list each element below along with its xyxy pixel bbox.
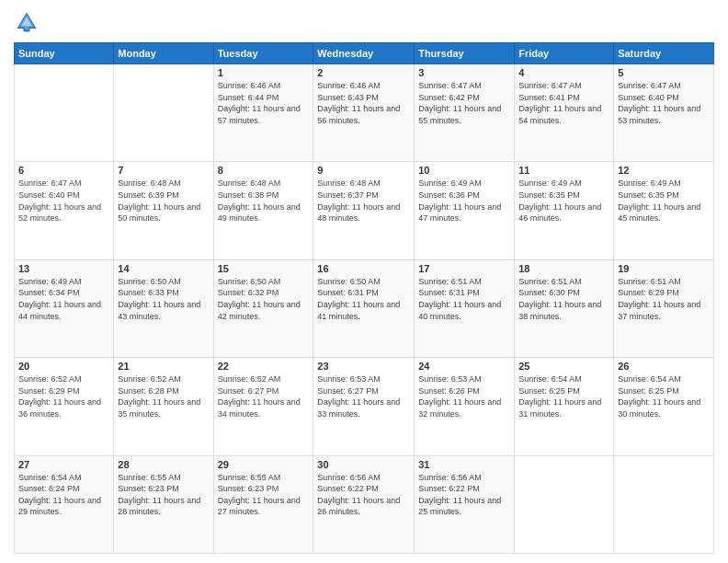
- day-number: 31: [418, 459, 510, 470]
- day-cell: 28Sunrise: 6:55 AM Sunset: 6:23 PM Dayli…: [114, 455, 213, 553]
- day-number: 11: [518, 165, 609, 176]
- day-number: 23: [317, 361, 410, 372]
- day-cell: 27Sunrise: 6:54 AM Sunset: 6:24 PM Dayli…: [15, 455, 114, 553]
- day-cell: 5Sunrise: 6:47 AM Sunset: 6:40 PM Daylig…: [614, 64, 714, 162]
- day-cell: 14Sunrise: 6:50 AM Sunset: 6:33 PM Dayli…: [114, 259, 213, 357]
- day-cell: 6Sunrise: 6:47 AM Sunset: 6:40 PM Daylig…: [15, 162, 114, 259]
- day-cell: 10Sunrise: 6:49 AM Sunset: 6:36 PM Dayli…: [415, 162, 515, 259]
- col-sunday: Sunday: [15, 43, 114, 64]
- day-info: Sunrise: 6:52 AM Sunset: 6:29 PM Dayligh…: [18, 373, 109, 419]
- day-info: Sunrise: 6:51 AM Sunset: 6:30 PM Dayligh…: [518, 276, 609, 322]
- col-saturday: Saturday: [614, 43, 714, 64]
- day-cell: [114, 64, 213, 162]
- day-number: 6: [18, 165, 109, 176]
- day-number: 3: [418, 67, 510, 78]
- day-info: Sunrise: 6:52 AM Sunset: 6:28 PM Dayligh…: [118, 373, 209, 419]
- day-number: 28: [118, 459, 209, 470]
- calendar-body: 1Sunrise: 6:46 AM Sunset: 6:44 PM Daylig…: [15, 64, 714, 554]
- week-row-1: 1Sunrise: 6:46 AM Sunset: 6:44 PM Daylig…: [15, 64, 714, 162]
- day-cell: 30Sunrise: 6:56 AM Sunset: 6:22 PM Dayli…: [313, 455, 415, 553]
- day-number: 10: [418, 165, 510, 176]
- day-number: 19: [618, 263, 710, 274]
- day-cell: 8Sunrise: 6:48 AM Sunset: 6:38 PM Daylig…: [213, 162, 313, 259]
- day-number: 13: [18, 263, 109, 274]
- day-info: Sunrise: 6:55 AM Sunset: 6:23 PM Dayligh…: [118, 472, 209, 518]
- day-cell: 11Sunrise: 6:49 AM Sunset: 6:35 PM Dayli…: [515, 162, 614, 259]
- day-cell: 9Sunrise: 6:48 AM Sunset: 6:37 PM Daylig…: [313, 162, 415, 259]
- header-row: Sunday Monday Tuesday Wednesday Thursday…: [15, 43, 714, 64]
- logo-icon: [14, 9, 40, 35]
- day-cell: 4Sunrise: 6:47 AM Sunset: 6:41 PM Daylig…: [515, 64, 614, 162]
- day-number: 18: [518, 263, 609, 274]
- day-number: 2: [317, 67, 410, 78]
- day-cell: 13Sunrise: 6:49 AM Sunset: 6:34 PM Dayli…: [15, 259, 114, 357]
- week-row-4: 20Sunrise: 6:52 AM Sunset: 6:29 PM Dayli…: [15, 358, 714, 455]
- day-number: 17: [418, 263, 510, 274]
- day-info: Sunrise: 6:52 AM Sunset: 6:27 PM Dayligh…: [218, 373, 310, 419]
- day-cell: 7Sunrise: 6:48 AM Sunset: 6:39 PM Daylig…: [114, 162, 213, 259]
- day-cell: 18Sunrise: 6:51 AM Sunset: 6:30 PM Dayli…: [515, 259, 614, 357]
- day-cell: 26Sunrise: 6:54 AM Sunset: 6:25 PM Dayli…: [614, 358, 714, 455]
- day-info: Sunrise: 6:54 AM Sunset: 6:25 PM Dayligh…: [618, 373, 710, 419]
- day-number: 4: [518, 67, 609, 78]
- calendar-header: Sunday Monday Tuesday Wednesday Thursday…: [15, 43, 714, 64]
- day-cell: [515, 455, 614, 553]
- day-info: Sunrise: 6:51 AM Sunset: 6:31 PM Dayligh…: [418, 276, 510, 322]
- week-row-5: 27Sunrise: 6:54 AM Sunset: 6:24 PM Dayli…: [15, 455, 714, 553]
- day-cell: 2Sunrise: 6:46 AM Sunset: 6:43 PM Daylig…: [313, 64, 415, 162]
- page: Sunday Monday Tuesday Wednesday Thursday…: [0, 0, 728, 563]
- day-number: 22: [218, 361, 310, 372]
- day-info: Sunrise: 6:56 AM Sunset: 6:22 PM Dayligh…: [317, 472, 410, 518]
- day-info: Sunrise: 6:47 AM Sunset: 6:41 PM Dayligh…: [518, 80, 609, 126]
- day-cell: 17Sunrise: 6:51 AM Sunset: 6:31 PM Dayli…: [415, 259, 515, 357]
- day-cell: 15Sunrise: 6:50 AM Sunset: 6:32 PM Dayli…: [213, 259, 313, 357]
- col-wednesday: Wednesday: [313, 43, 415, 64]
- day-info: Sunrise: 6:56 AM Sunset: 6:22 PM Dayligh…: [418, 472, 510, 518]
- day-info: Sunrise: 6:49 AM Sunset: 6:34 PM Dayligh…: [18, 276, 109, 322]
- col-tuesday: Tuesday: [213, 43, 313, 64]
- day-info: Sunrise: 6:53 AM Sunset: 6:27 PM Dayligh…: [317, 373, 410, 419]
- day-cell: 3Sunrise: 6:47 AM Sunset: 6:42 PM Daylig…: [415, 64, 515, 162]
- day-number: 21: [118, 361, 209, 372]
- day-cell: 31Sunrise: 6:56 AM Sunset: 6:22 PM Dayli…: [415, 455, 515, 553]
- day-cell: 1Sunrise: 6:46 AM Sunset: 6:44 PM Daylig…: [213, 64, 313, 162]
- day-info: Sunrise: 6:49 AM Sunset: 6:35 PM Dayligh…: [618, 178, 710, 224]
- day-info: Sunrise: 6:46 AM Sunset: 6:43 PM Dayligh…: [317, 80, 410, 126]
- day-cell: 25Sunrise: 6:54 AM Sunset: 6:25 PM Dayli…: [515, 358, 614, 455]
- day-cell: 23Sunrise: 6:53 AM Sunset: 6:27 PM Dayli…: [313, 358, 415, 455]
- day-cell: 21Sunrise: 6:52 AM Sunset: 6:28 PM Dayli…: [114, 358, 213, 455]
- day-number: 1: [218, 67, 310, 78]
- calendar-table: Sunday Monday Tuesday Wednesday Thursday…: [14, 42, 714, 554]
- day-info: Sunrise: 6:47 AM Sunset: 6:42 PM Dayligh…: [418, 80, 510, 126]
- day-number: 7: [118, 165, 209, 176]
- day-info: Sunrise: 6:49 AM Sunset: 6:35 PM Dayligh…: [518, 178, 609, 224]
- day-info: Sunrise: 6:48 AM Sunset: 6:38 PM Dayligh…: [218, 178, 310, 224]
- day-info: Sunrise: 6:47 AM Sunset: 6:40 PM Dayligh…: [18, 178, 109, 224]
- col-friday: Friday: [515, 43, 614, 64]
- week-row-3: 13Sunrise: 6:49 AM Sunset: 6:34 PM Dayli…: [15, 259, 714, 357]
- day-cell: 24Sunrise: 6:53 AM Sunset: 6:26 PM Dayli…: [415, 358, 515, 455]
- day-info: Sunrise: 6:50 AM Sunset: 6:33 PM Dayligh…: [118, 276, 209, 322]
- day-info: Sunrise: 6:50 AM Sunset: 6:31 PM Dayligh…: [317, 276, 410, 322]
- day-number: 20: [18, 361, 109, 372]
- day-cell: 22Sunrise: 6:52 AM Sunset: 6:27 PM Dayli…: [213, 358, 313, 455]
- day-number: 25: [518, 361, 609, 372]
- day-info: Sunrise: 6:53 AM Sunset: 6:26 PM Dayligh…: [418, 373, 510, 419]
- day-number: 14: [118, 263, 209, 274]
- day-info: Sunrise: 6:55 AM Sunset: 6:23 PM Dayligh…: [218, 472, 310, 518]
- day-cell: 16Sunrise: 6:50 AM Sunset: 6:31 PM Dayli…: [313, 259, 415, 357]
- day-cell: [15, 64, 114, 162]
- day-info: Sunrise: 6:54 AM Sunset: 6:25 PM Dayligh…: [518, 373, 609, 419]
- day-cell: [614, 455, 714, 553]
- day-info: Sunrise: 6:54 AM Sunset: 6:24 PM Dayligh…: [18, 472, 109, 518]
- logo: [14, 9, 43, 35]
- day-info: Sunrise: 6:48 AM Sunset: 6:37 PM Dayligh…: [317, 178, 410, 224]
- day-number: 24: [418, 361, 510, 372]
- day-info: Sunrise: 6:49 AM Sunset: 6:36 PM Dayligh…: [418, 178, 510, 224]
- day-number: 12: [618, 165, 710, 176]
- day-number: 5: [618, 67, 710, 78]
- day-number: 16: [317, 263, 410, 274]
- day-info: Sunrise: 6:46 AM Sunset: 6:44 PM Dayligh…: [218, 80, 310, 126]
- day-number: 8: [218, 165, 310, 176]
- day-number: 15: [218, 263, 310, 274]
